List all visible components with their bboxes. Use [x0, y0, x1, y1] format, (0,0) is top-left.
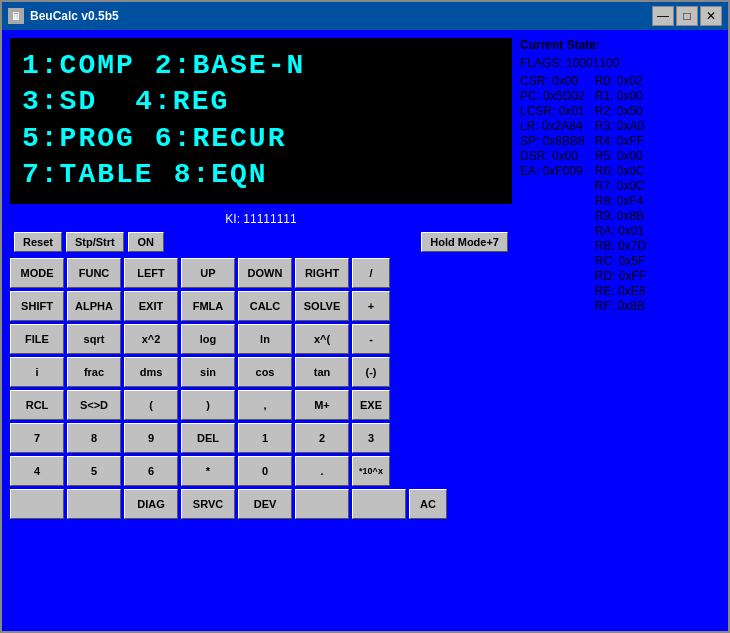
keypad-row-4: i frac dms sin cos tan (-) [10, 357, 512, 387]
state-r8: R8: 0xF4 [595, 194, 646, 208]
maximize-button[interactable]: □ [676, 6, 698, 26]
key-calc[interactable]: CALC [238, 291, 292, 321]
key-frac[interactable]: frac [67, 357, 121, 387]
key-func[interactable]: FUNC [67, 258, 121, 288]
key-7[interactable]: 7 [10, 423, 64, 453]
key-file[interactable]: FILE [10, 324, 64, 354]
key-0[interactable]: 0 [238, 456, 292, 486]
key-minus[interactable]: - [352, 324, 390, 354]
window-controls: — □ ✕ [652, 6, 722, 26]
state-rb: RB: 0x7D [595, 239, 646, 253]
right-panel: Current State: FLAGS: 10001100 CSR: 0x00… [520, 38, 720, 623]
key-comma[interactable]: , [238, 390, 292, 420]
state-lcsr: LCSR: 0x01 [520, 104, 585, 118]
key-up[interactable]: UP [181, 258, 235, 288]
key-i[interactable]: i [10, 357, 64, 387]
key-shift[interactable]: SHIFT [10, 291, 64, 321]
key-solve[interactable]: SOLVE [295, 291, 349, 321]
key-6[interactable]: 6 [124, 456, 178, 486]
key-dev[interactable]: DEV [238, 489, 292, 519]
key-sci[interactable]: *10^x [352, 456, 390, 486]
keypad-row-8: DIAG SRVC DEV AC [10, 489, 512, 519]
display-row-3: 5:PROG 6:RECUR [22, 121, 500, 157]
key-ac[interactable]: AC [409, 489, 447, 519]
display-screen: 1:COMP 2:BASE-N 3:SD 4:REG 5:PROG 6:RECU… [10, 38, 512, 204]
key-cos[interactable]: cos [238, 357, 292, 387]
key-s-d[interactable]: S<>D [67, 390, 121, 420]
key-exit[interactable]: EXIT [124, 291, 178, 321]
keypad-row-1: MODE FUNC LEFT UP DOWN RIGHT / [10, 258, 512, 288]
stp-strt-button[interactable]: Stp/Strt [66, 232, 124, 252]
ki-display: KI: 11111111 [10, 212, 512, 226]
key-alpha[interactable]: ALPHA [67, 291, 121, 321]
key-x2[interactable]: x^2 [124, 324, 178, 354]
state-r6: R6: 0x0C [595, 164, 646, 178]
key-del[interactable]: DEL [181, 423, 235, 453]
keypad-row-5: RCL S<>D ( ) , M+ EXE [10, 390, 512, 420]
key-down[interactable]: DOWN [238, 258, 292, 288]
state-r0: R0: 0x02 [595, 74, 646, 88]
key-exe[interactable]: EXE [352, 390, 390, 420]
key-divide[interactable]: / [352, 258, 390, 288]
key-right[interactable]: RIGHT [295, 258, 349, 288]
key-4[interactable]: 4 [10, 456, 64, 486]
key-mplus[interactable]: M+ [295, 390, 349, 420]
controls-row: Reset Stp/Strt ON Hold Mode+7 [10, 232, 512, 252]
key-srvc[interactable]: SRVC [181, 489, 235, 519]
key-mode[interactable]: MODE [10, 258, 64, 288]
key-8[interactable]: 8 [67, 423, 121, 453]
key-blank-1[interactable] [10, 489, 64, 519]
key-3[interactable]: 3 [352, 423, 390, 453]
key-5[interactable]: 5 [67, 456, 121, 486]
key-fmla[interactable]: FMLA [181, 291, 235, 321]
on-button[interactable]: ON [128, 232, 164, 252]
key-blank-3[interactable] [295, 489, 349, 519]
key-1[interactable]: 1 [238, 423, 292, 453]
key-blank-4[interactable] [352, 489, 406, 519]
mode-1: 1:COMP [22, 48, 135, 84]
window-title: BeuCalc v0.5b5 [30, 9, 119, 23]
key-9[interactable]: 9 [124, 423, 178, 453]
key-plus[interactable]: + [352, 291, 390, 321]
state-pc: PC: 0x5D02 [520, 89, 585, 103]
key-tan[interactable]: tan [295, 357, 349, 387]
key-rparen[interactable]: ) [181, 390, 235, 420]
left-panel: 1:COMP 2:BASE-N 3:SD 4:REG 5:PROG 6:RECU… [10, 38, 512, 623]
key-blank-2[interactable] [67, 489, 121, 519]
key-xparen[interactable]: x^( [295, 324, 349, 354]
state-lr: LR: 0x2A84 [520, 119, 585, 133]
state-ea: EA: 0xF009 [520, 164, 585, 178]
key-left[interactable]: LEFT [124, 258, 178, 288]
state-csr: CSR: 0x00 [520, 74, 585, 88]
key-diag[interactable]: DIAG [124, 489, 178, 519]
app-icon: 🖩 [8, 8, 24, 24]
state-right-column: R0: 0x02 R1: 0x00 R2: 0x50 R3: 0xA0 R4: … [595, 74, 646, 313]
minimize-button[interactable]: — [652, 6, 674, 26]
key-multiply[interactable]: * [181, 456, 235, 486]
state-r4: R4: 0xFF [595, 134, 646, 148]
key-dms[interactable]: dms [124, 357, 178, 387]
reset-button[interactable]: Reset [14, 232, 62, 252]
key-2[interactable]: 2 [295, 423, 349, 453]
display-row-2: 3:SD 4:REG [22, 84, 500, 120]
hold-mode-button[interactable]: Hold Mode+7 [421, 232, 508, 252]
key-lparen[interactable]: ( [124, 390, 178, 420]
key-dot[interactable]: . [295, 456, 349, 486]
state-rc: RC: 0x5F [595, 254, 646, 268]
state-r3: R3: 0xA0 [595, 119, 646, 133]
mode-7: 7:TABLE [22, 157, 154, 193]
key-sin[interactable]: sin [181, 357, 235, 387]
display-row-4: 7:TABLE 8:EQN [22, 157, 500, 193]
title-bar: 🖩 BeuCalc v0.5b5 — □ ✕ [2, 2, 728, 30]
key-ln[interactable]: ln [238, 324, 292, 354]
close-button[interactable]: ✕ [700, 6, 722, 26]
state-title: Current State: [520, 38, 720, 52]
key-log[interactable]: log [181, 324, 235, 354]
main-window: 🖩 BeuCalc v0.5b5 — □ ✕ 1:COMP 2:BASE-N 3… [0, 0, 730, 633]
key-rcl[interactable]: RCL [10, 390, 64, 420]
state-r1: R1: 0x00 [595, 89, 646, 103]
state-r2: R2: 0x50 [595, 104, 646, 118]
key-sqrt[interactable]: sqrt [67, 324, 121, 354]
keypad-row-6: 7 8 9 DEL 1 2 3 [10, 423, 512, 453]
key-neg[interactable]: (-) [352, 357, 390, 387]
